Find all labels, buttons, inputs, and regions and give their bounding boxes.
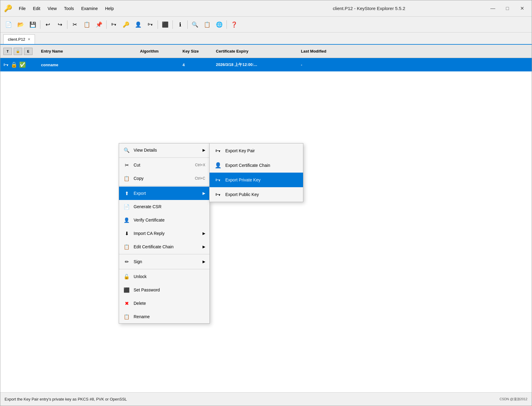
entry-modified: - bbox=[301, 63, 529, 67]
import-ca-arrow: ▶ bbox=[203, 231, 205, 236]
ctx-sign-label: Sign bbox=[134, 259, 142, 264]
ctx-import-ca[interactable]: ⬇ Import CA Reply ▶ bbox=[119, 227, 210, 240]
minimize-button[interactable]: — bbox=[487, 4, 499, 13]
ctx-delete-label: Delete bbox=[134, 301, 146, 306]
paste-button[interactable]: 📌 bbox=[93, 19, 105, 30]
menu-edit[interactable]: Edit bbox=[30, 5, 43, 12]
ctx-generate-csr[interactable]: 📄 Generate CSR bbox=[119, 200, 210, 213]
generate-csr-icon: 📄 bbox=[123, 203, 130, 210]
col-t-header[interactable]: T bbox=[3, 48, 12, 55]
menu-help[interactable]: Help bbox=[102, 5, 117, 12]
sub-export-cert-chain[interactable]: 👤 Export Certificate Chain bbox=[210, 158, 303, 173]
table-row[interactable]: 🗝 🔒 ✅ conname 4 2026/3/18 上午12:00:... - bbox=[0, 58, 532, 71]
ctx-set-password[interactable]: ⬛ Set Password bbox=[119, 283, 210, 297]
set-password-button[interactable]: ⬛ bbox=[159, 19, 171, 30]
col-name-header[interactable]: Entry Name bbox=[40, 49, 140, 53]
export-cert-chain-icon: 👤 bbox=[214, 162, 222, 169]
export-private-key-icon: 🗝 bbox=[214, 176, 222, 184]
window-title: client.P12 - KeyStore Explorer 5.5.2 bbox=[251, 6, 487, 11]
gen-secret-button[interactable]: 🔑 bbox=[120, 19, 132, 30]
sub-export-cert-chain-label: Export Certificate Chain bbox=[225, 163, 270, 168]
examine-clipboard-button[interactable]: 📋 bbox=[201, 19, 213, 30]
ctx-sep-1 bbox=[119, 157, 210, 158]
sub-export-key-pair[interactable]: 🗝 Export Key Pair bbox=[210, 143, 303, 158]
col-e-header[interactable]: E bbox=[24, 48, 32, 55]
menu-tools[interactable]: Tools bbox=[61, 5, 77, 12]
copy-shortcut: Ctrl+C bbox=[195, 176, 205, 181]
col-keysize-header[interactable]: Key Size bbox=[182, 49, 216, 53]
ctx-sign[interactable]: ✏ Sign ▶ bbox=[119, 255, 210, 268]
ctx-sep-3 bbox=[119, 254, 210, 254]
ctx-copy[interactable]: 📋 Copy Ctrl+C bbox=[119, 172, 210, 185]
gen-keypair-button[interactable]: 🗝 bbox=[108, 19, 120, 30]
export-arrow: ▶ bbox=[203, 191, 205, 195]
export-submenu: 🗝 Export Key Pair 👤 Export Certificate C… bbox=[209, 143, 303, 202]
edit-chain-icon: 📋 bbox=[123, 243, 130, 250]
ctx-generate-csr-label: Generate CSR bbox=[134, 204, 162, 209]
ctx-edit-chain[interactable]: 📋 Edit Certificate Chain ▶ bbox=[119, 240, 210, 253]
import-trusted-button[interactable]: 👤 bbox=[132, 19, 144, 30]
tab-close-button[interactable]: ✕ bbox=[28, 37, 30, 41]
ctx-edit-chain-label: Edit Certificate Chain bbox=[134, 244, 174, 249]
save-button[interactable]: 💾 bbox=[27, 19, 39, 30]
ctx-rename-label: Rename bbox=[134, 314, 150, 319]
ctx-sep-4 bbox=[119, 269, 210, 269]
entry-keysize: 4 bbox=[182, 63, 216, 67]
edit-chain-arrow: ▶ bbox=[203, 245, 205, 249]
toolbar-sep-7 bbox=[227, 20, 227, 29]
copy-ctx-icon: 📋 bbox=[123, 175, 130, 182]
ctx-rename[interactable]: 📋 Rename bbox=[119, 310, 210, 323]
sub-export-public-key[interactable]: 🗝 Export Public Key bbox=[210, 187, 303, 202]
col-icons-header: T 🔒 E bbox=[3, 48, 40, 55]
examine-url-button[interactable]: 🌐 bbox=[213, 19, 225, 30]
col-lock-header[interactable]: 🔒 bbox=[14, 48, 22, 55]
col-modified-header[interactable]: Last Modified bbox=[301, 49, 529, 53]
new-button[interactable]: 📄 bbox=[3, 19, 14, 30]
cut-button[interactable]: ✂ bbox=[69, 19, 80, 30]
toolbar-sep-1 bbox=[40, 20, 40, 29]
copy-button[interactable]: 📋 bbox=[81, 19, 93, 30]
unlock-icon: 🔓 bbox=[123, 273, 130, 280]
properties-button[interactable]: ℹ bbox=[174, 19, 186, 30]
window-controls: — □ ✕ bbox=[487, 4, 528, 13]
close-button[interactable]: ✕ bbox=[516, 4, 528, 13]
sub-export-private-key[interactable]: 🗝 Export Private Key bbox=[210, 173, 303, 187]
menu-view[interactable]: View bbox=[45, 5, 60, 12]
tab-client-p12[interactable]: client.P12 ✕ bbox=[3, 34, 35, 44]
ctx-set-password-label: Set Password bbox=[134, 287, 160, 292]
help-button[interactable]: ❓ bbox=[228, 19, 240, 30]
ctx-import-ca-label: Import CA Reply bbox=[134, 231, 165, 236]
entry-name: conname bbox=[40, 63, 140, 67]
verify-cert-icon: 👤 bbox=[123, 217, 130, 223]
col-expiry-header[interactable]: Certificate Expiry bbox=[216, 49, 301, 53]
find-button[interactable]: 🔍 bbox=[189, 19, 201, 30]
app-logo: 🔑 bbox=[4, 5, 12, 12]
menu-file[interactable]: File bbox=[16, 5, 29, 12]
ctx-delete[interactable]: ✖ Delete bbox=[119, 297, 210, 310]
ctx-view-details-label: View Details bbox=[134, 148, 157, 153]
view-details-arrow: ▶ bbox=[203, 148, 205, 152]
sign-icon: ✏ bbox=[123, 258, 130, 265]
maximize-button[interactable]: □ bbox=[501, 4, 513, 13]
table-body: 🗝 🔒 ✅ conname 4 2026/3/18 上午12:00:... - … bbox=[0, 58, 532, 392]
ctx-view-details[interactable]: 🔍 View Details ▶ bbox=[119, 143, 210, 157]
undo-button[interactable]: ↩ bbox=[42, 19, 53, 30]
sign-arrow: ▶ bbox=[203, 260, 205, 264]
toolbar-sep-2 bbox=[67, 20, 67, 29]
ctx-export[interactable]: ⬆ Export ▶ bbox=[119, 187, 210, 200]
ctx-verify-cert[interactable]: 👤 Verify Certificate bbox=[119, 213, 210, 227]
import-keypair-button[interactable]: 🗝 bbox=[145, 19, 156, 30]
delete-icon: ✖ bbox=[123, 300, 130, 307]
ctx-export-label: Export bbox=[134, 191, 146, 196]
open-button[interactable]: 📂 bbox=[15, 19, 26, 30]
view-details-icon: 🔍 bbox=[123, 147, 130, 153]
valid-icon: ✅ bbox=[19, 61, 26, 68]
cut-icon: ✂ bbox=[123, 162, 130, 168]
col-algorithm-header[interactable]: Algorithm bbox=[140, 49, 182, 53]
ctx-unlock[interactable]: 🔓 Unlock bbox=[119, 270, 210, 283]
redo-button[interactable]: ↪ bbox=[54, 19, 66, 30]
lock-icon: 🔒 bbox=[11, 61, 17, 68]
toolbar: 📄 📂 💾 ↩ ↪ ✂ 📋 📌 🗝 🔑 👤 🗝 ⬛ ℹ 🔍 📋 🌐 ❓ bbox=[0, 17, 532, 33]
ctx-cut[interactable]: ✂ Cut Ctrl+X bbox=[119, 158, 210, 172]
menu-examine[interactable]: Examine bbox=[78, 5, 101, 12]
